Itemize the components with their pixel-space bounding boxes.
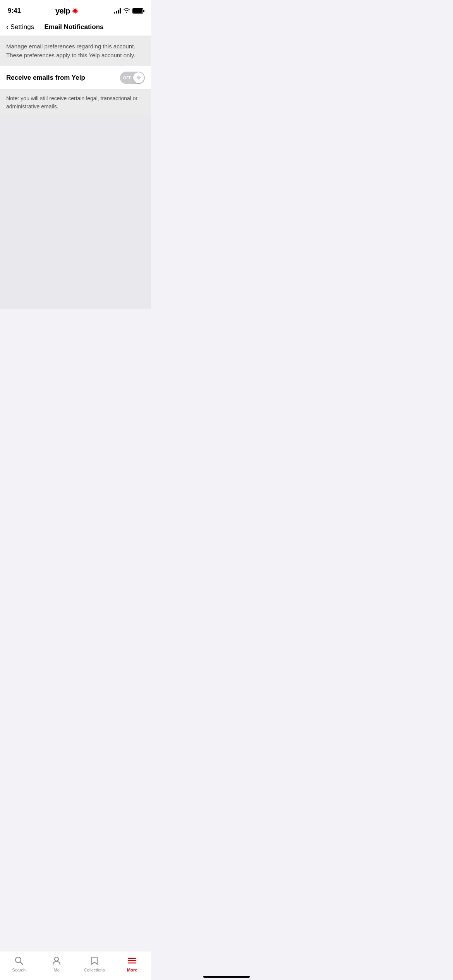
toggle-knob-yelp-icon: ✳ xyxy=(136,75,141,81)
status-time: 9:41 xyxy=(8,7,21,15)
status-bar: 9:41 yelp xyxy=(0,0,151,19)
yelp-burst-icon xyxy=(71,7,79,15)
receive-emails-label: Receive emails from Yelp xyxy=(6,74,85,82)
description-text: Manage email preferences regarding this … xyxy=(6,42,145,60)
receive-emails-row: Receive emails from Yelp OFF ✳ xyxy=(0,66,151,90)
page-title: Email Notifications xyxy=(34,23,114,31)
back-chevron-icon: ‹ xyxy=(6,23,9,31)
note-text: Note: you will still receive certain leg… xyxy=(6,94,145,111)
toggle-off-text: OFF xyxy=(123,76,132,80)
app-logo: yelp xyxy=(55,7,79,15)
battery-icon xyxy=(132,8,143,14)
wifi-icon xyxy=(123,8,130,14)
back-label: Settings xyxy=(10,23,34,31)
note-section: Note: you will still receive certain leg… xyxy=(0,90,151,115)
description-section: Manage email preferences regarding this … xyxy=(0,36,151,66)
yelp-logo-text: yelp xyxy=(55,7,70,15)
navigation-bar: ‹ Settings Email Notifications xyxy=(0,19,151,36)
signal-icon xyxy=(114,8,121,14)
back-button[interactable]: ‹ Settings xyxy=(6,23,34,31)
status-icons xyxy=(114,8,143,14)
main-content-area xyxy=(0,115,151,309)
toggle-knob: ✳ xyxy=(133,72,144,83)
receive-emails-toggle[interactable]: OFF ✳ xyxy=(120,72,145,84)
